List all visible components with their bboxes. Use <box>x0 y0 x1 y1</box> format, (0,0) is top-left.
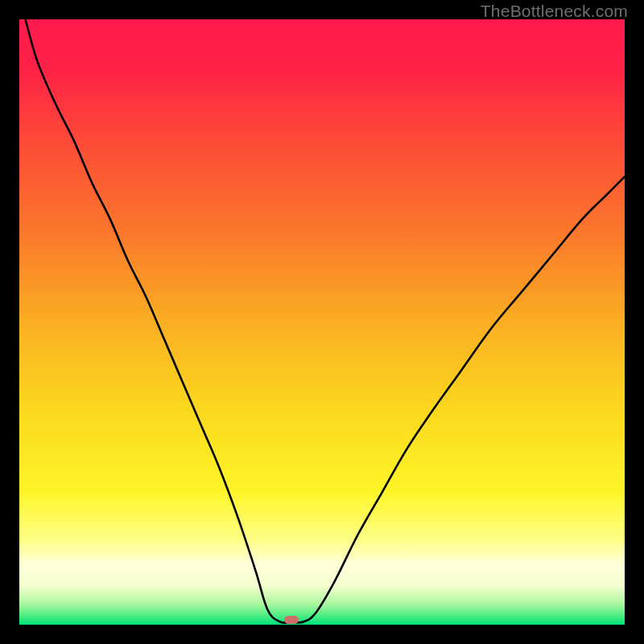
watermark-text: TheBottleneck.com <box>481 2 628 21</box>
apex-marker <box>284 616 299 624</box>
plot-area <box>19 19 625 625</box>
bottleneck-curve <box>19 19 625 625</box>
chart-frame: TheBottleneck.com <box>0 0 644 644</box>
